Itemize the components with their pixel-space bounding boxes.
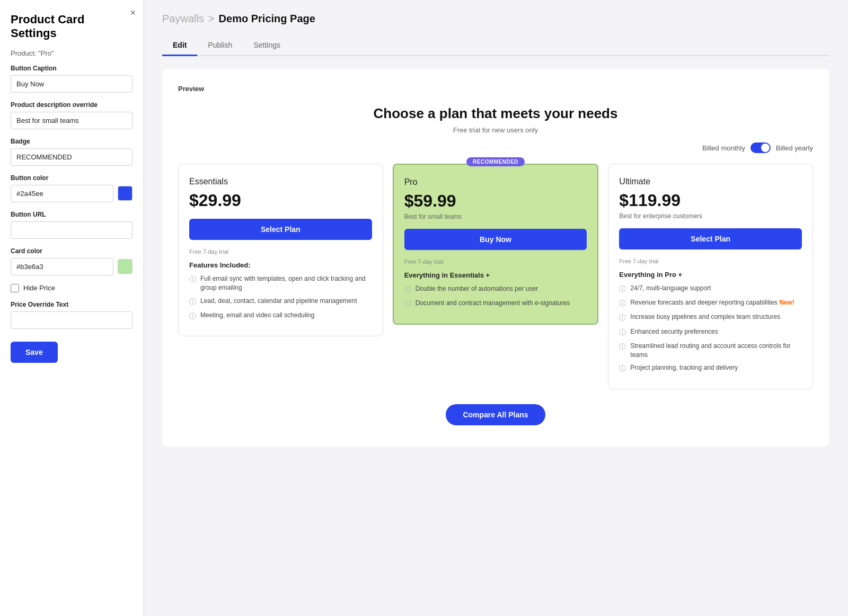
features-header-ultimate: Everything in Pro + (619, 271, 802, 279)
badge-group: Badge (11, 138, 132, 166)
feature-item: ⓘ Full email sync with templates, open a… (189, 274, 372, 292)
card-color-input[interactable] (11, 258, 113, 275)
info-icon: ⓘ (619, 364, 626, 373)
feature-text: Project planning, tracking and delivery (630, 363, 738, 372)
tab-settings[interactable]: Settings (243, 35, 291, 56)
close-button[interactable]: × (130, 7, 136, 19)
hide-price-row: Hide Price (11, 284, 132, 292)
description-override-input[interactable] (11, 112, 132, 129)
sidebar: × Product Card Settings Product: "Pro" B… (0, 0, 143, 616)
card-color-row (11, 258, 132, 275)
feature-text: Meeting, email and video call scheduling (200, 311, 314, 320)
plan-card-essentials: Essentials $29.99 Select Plan Free 7-day… (178, 164, 383, 336)
info-icon: ⓘ (619, 284, 626, 294)
plan-desc-pro: Best for small teams (404, 213, 587, 220)
description-override-group: Product description override (11, 101, 132, 129)
plan-desc-ultimate: Best for enterprise customers (619, 212, 802, 220)
features-header-pro: Everything in Essentials + (404, 271, 587, 279)
plan-trial-pro: Free 7-day trial (404, 258, 587, 265)
pricing-subtitle: Free trial for new users only (178, 126, 813, 134)
billing-monthly-label: Billed monthly (702, 144, 745, 152)
info-icon: ⓘ (404, 285, 411, 294)
feature-text: Enhanced security preferences (630, 327, 718, 336)
feature-text: Revenue forecasts and deeper reporting c… (630, 298, 794, 307)
plan-btn-ultimate[interactable]: Select Plan (619, 228, 802, 249)
hide-price-label: Hide Price (23, 284, 55, 292)
feature-text: 24/7, multi-language support (630, 284, 711, 293)
tab-edit[interactable]: Edit (162, 35, 197, 56)
info-icon: ⓘ (619, 342, 626, 352)
feature-item: ⓘ 24/7, multi-language support (619, 284, 802, 294)
plan-badge-pro: RECOMMENDED (466, 157, 525, 166)
billing-yearly-label: Billed yearly (776, 144, 813, 152)
pricing-title: Choose a plan that meets your needs (178, 105, 813, 122)
plan-card-pro: RECOMMENDED Pro $59.99 Best for small te… (393, 164, 599, 325)
breadcrumb-parent[interactable]: Paywalls (162, 13, 204, 25)
plan-name-essentials: Essentials (189, 177, 372, 186)
plan-card-ultimate: Ultimate $119.99 Best for enterprise cus… (608, 164, 813, 389)
button-color-input[interactable] (11, 185, 113, 202)
info-icon: ⓘ (189, 297, 196, 307)
preview-area: Preview Choose a plan that meets your ne… (143, 56, 848, 616)
feature-text: Lead, deal, contact, calendar and pipeli… (200, 297, 357, 306)
button-color-label: Button color (11, 174, 132, 182)
breadcrumb-current: Demo Pricing Page (219, 13, 315, 25)
plan-price-essentials: $29.99 (189, 191, 372, 210)
tab-bar: Edit Publish Settings (162, 35, 829, 56)
feature-text: Double the number of automations per use… (416, 284, 538, 293)
button-url-input[interactable] (11, 221, 132, 239)
badge-label: Badge (11, 138, 132, 145)
preview-container: Preview Choose a plan that meets your ne… (162, 69, 829, 447)
button-color-group: Button color (11, 174, 132, 202)
page-header: Paywalls > Demo Pricing Page Edit Publis… (143, 0, 848, 56)
card-color-group: Card color (11, 247, 132, 275)
badge-input[interactable] (11, 148, 132, 166)
card-color-swatch[interactable] (118, 259, 132, 274)
info-icon: ⓘ (404, 299, 411, 309)
info-icon: ⓘ (619, 328, 626, 337)
feature-item: ⓘ Document and contract management with … (404, 299, 587, 309)
price-override-group: Price Override Text (11, 301, 132, 329)
button-caption-group: Button Caption (11, 65, 132, 93)
plan-price-ultimate: $119.99 (619, 191, 802, 210)
feature-item: ⓘ Double the number of automations per u… (404, 284, 587, 294)
feature-item: ⓘ Increase busy pipelines and complex te… (619, 313, 802, 323)
button-color-row (11, 185, 132, 202)
save-button[interactable]: Save (11, 342, 58, 363)
features-header-essentials: Features Included: (189, 261, 372, 269)
feature-item: ⓘ Revenue forecasts and deeper reporting… (619, 298, 802, 308)
button-caption-label: Button Caption (11, 65, 132, 72)
price-override-label: Price Override Text (11, 301, 132, 308)
compare-btn[interactable]: Compare All Plans (446, 404, 545, 425)
plan-name-ultimate: Ultimate (619, 177, 802, 186)
button-url-label: Button URL (11, 211, 132, 218)
info-icon: ⓘ (619, 313, 626, 323)
plan-trial-essentials: Free 7-day trial (189, 248, 372, 255)
feature-text: Streamlined lead routing and account acc… (630, 342, 802, 360)
feature-item: ⓘ Lead, deal, contact, calendar and pipe… (189, 297, 372, 307)
plan-name-pro: Pro (404, 177, 587, 187)
breadcrumb: Paywalls > Demo Pricing Page (162, 13, 829, 25)
tab-publish[interactable]: Publish (197, 35, 243, 56)
billing-toggle-row: Billed monthly Billed yearly (178, 142, 813, 153)
button-color-swatch[interactable] (118, 186, 132, 201)
feature-item: ⓘ Streamlined lead routing and account a… (619, 342, 802, 360)
button-caption-input[interactable] (11, 75, 132, 93)
plan-btn-essentials[interactable]: Select Plan (189, 219, 372, 240)
hide-price-checkbox[interactable] (11, 284, 19, 292)
sidebar-title: Product Card Settings (11, 13, 132, 41)
billing-toggle[interactable] (750, 142, 771, 153)
plan-price-pro: $59.99 (404, 191, 587, 211)
breadcrumb-separator: > (208, 13, 215, 25)
feature-text: Document and contract management with e-… (416, 299, 570, 308)
card-color-label: Card color (11, 247, 132, 255)
feature-item: ⓘ Meeting, email and video call scheduli… (189, 311, 372, 321)
info-icon: ⓘ (189, 311, 196, 321)
pricing-cards: Essentials $29.99 Select Plan Free 7-day… (178, 164, 813, 389)
feature-item: ⓘ Enhanced security preferences (619, 327, 802, 337)
price-override-input[interactable] (11, 311, 132, 329)
plan-trial-ultimate: Free 7-day trial (619, 258, 802, 264)
plan-btn-pro[interactable]: Buy Now (404, 229, 587, 250)
description-override-label: Product description override (11, 101, 132, 109)
preview-label: Preview (178, 85, 813, 93)
